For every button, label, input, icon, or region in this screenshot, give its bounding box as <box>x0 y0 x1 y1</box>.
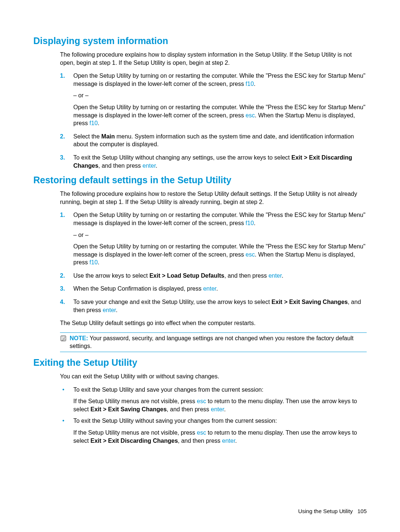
intro-paragraph: The following procedure explains how to … <box>60 190 367 206</box>
note-content: NOTE: Your password, security, and langu… <box>70 334 367 350</box>
step-number: 4. <box>60 298 65 306</box>
after-steps-paragraph: The Setup Utility default settings go in… <box>60 319 367 327</box>
step-number: 3. <box>60 154 65 162</box>
step-text: Open the Setup Utility by turning on or … <box>73 211 367 227</box>
key-enter: enter <box>203 285 216 292</box>
bold-text: Exit > Load Setup Defaults <box>149 272 224 279</box>
text: . <box>224 406 226 412</box>
key-enter: enter <box>103 307 116 313</box>
text: . <box>281 272 283 279</box>
text: When the Setup Confirmation is displayed… <box>73 285 203 292</box>
text: If the Setup Utility menus are not visib… <box>73 398 197 404</box>
text: . <box>254 220 255 226</box>
key-f10: f10 <box>246 81 254 87</box>
note-text: Your password, security, and language se… <box>70 335 353 349</box>
step-number: 2. <box>60 133 65 141</box>
text: . <box>235 438 237 444</box>
bullet-detail: If the Setup Utility menus are not visib… <box>73 429 367 445</box>
bullet-discard-changes: To exit the Setup Utility without saving… <box>60 417 367 445</box>
text: , and then press <box>167 406 211 412</box>
text: . <box>98 120 99 126</box>
heading-displaying-system-information: Displaying system information <box>33 36 367 46</box>
or-separator: – or – <box>73 231 367 239</box>
key-enter: enter <box>143 163 156 169</box>
text: . <box>156 163 157 169</box>
key-enter: enter <box>211 406 224 412</box>
step-number: 3. <box>60 285 65 293</box>
page-footer: Using the Setup Utility 105 <box>298 508 367 514</box>
text: . <box>254 81 255 87</box>
step-3: 3. When the Setup Confirmation is displa… <box>60 285 367 293</box>
step-text: To save your change and exit the Setup U… <box>73 298 367 314</box>
text: , and then press <box>178 438 222 444</box>
key-enter: enter <box>269 272 282 279</box>
step-number: 1. <box>60 211 65 219</box>
step-text: Select the Main menu. System information… <box>73 133 367 148</box>
key-esc: esc <box>246 112 255 118</box>
key-f10: f10 <box>90 259 98 265</box>
text: Open the Setup Utility by turning on or … <box>73 212 366 226</box>
text: To save your change and exit the Setup U… <box>73 299 271 305</box>
step-text-alt: Open the Setup Utility by turning on or … <box>73 103 367 127</box>
step-2: 2. Select the Main menu. System informat… <box>60 133 367 148</box>
text: . <box>216 285 218 292</box>
note-label: NOTE: <box>70 335 88 341</box>
text: . <box>98 259 99 265</box>
step-1: 1. Open the Setup Utility by turning on … <box>60 72 367 127</box>
text: If the Setup Utility menus are not visib… <box>73 429 197 436</box>
bold-text: Exit > Exit Discarding Changes <box>90 438 178 444</box>
step-text-alt: Open the Setup Utility by turning on or … <box>73 242 367 267</box>
page-number: 105 <box>357 508 367 514</box>
bullet-lead: To exit the Setup Utility and save your … <box>73 386 367 394</box>
step-text: Use the arrow keys to select Exit > Load… <box>73 272 367 280</box>
text: Select the <box>73 133 101 140</box>
key-esc: esc <box>246 251 255 258</box>
text: menu. System information such as the sys… <box>73 133 354 148</box>
key-f10: f10 <box>246 220 254 226</box>
note-box: NOTE: Your password, security, and langu… <box>60 332 367 352</box>
bullet-detail: If the Setup Utility menus are not visib… <box>73 397 367 413</box>
intro-paragraph: The following procedure explains how to … <box>60 51 367 67</box>
text: , and then press <box>99 163 143 169</box>
bullet-lead: To exit the Setup Utility without saving… <box>73 417 367 425</box>
heading-exiting-setup-utility: Exiting the Setup Utility <box>33 357 367 368</box>
or-separator: – or – <box>73 91 367 100</box>
note-icon <box>60 335 67 342</box>
bold-text: Main <box>101 133 115 140</box>
text: Open the Setup Utility by turning on or … <box>73 73 366 87</box>
bold-text: Exit > Exit Saving Changes <box>90 406 167 412</box>
step-text: Open the Setup Utility by turning on or … <box>73 72 367 88</box>
key-esc: esc <box>197 429 206 436</box>
key-enter: enter <box>222 438 236 444</box>
step-1: 1. Open the Setup Utility by turning on … <box>60 211 367 267</box>
text: Use the arrow keys to select <box>73 272 149 279</box>
heading-restoring-default-settings: Restoring default settings in the Setup … <box>33 175 367 185</box>
step-number: 1. <box>60 72 65 80</box>
text: , and then press <box>224 272 269 279</box>
intro-paragraph: You can exit the Setup Utility with or w… <box>60 372 367 381</box>
step-text: To exit the Setup Utility without changi… <box>73 154 367 170</box>
text: . <box>116 307 117 313</box>
footer-title: Using the Setup Utility <box>298 508 353 514</box>
bullet-save-changes: To exit the Setup Utility and save your … <box>60 386 367 414</box>
step-4: 4. To save your change and exit the Setu… <box>60 298 367 314</box>
step-3: 3. To exit the Setup Utility without cha… <box>60 154 367 170</box>
key-f10: f10 <box>90 120 98 126</box>
step-2: 2. Use the arrow keys to select Exit > L… <box>60 272 367 280</box>
key-esc: esc <box>197 398 206 404</box>
step-text: When the Setup Confirmation is displayed… <box>73 285 367 293</box>
bold-text: Exit > Exit Saving Changes <box>271 299 348 305</box>
text: To exit the Setup Utility without changi… <box>73 154 291 161</box>
step-number: 2. <box>60 272 65 280</box>
